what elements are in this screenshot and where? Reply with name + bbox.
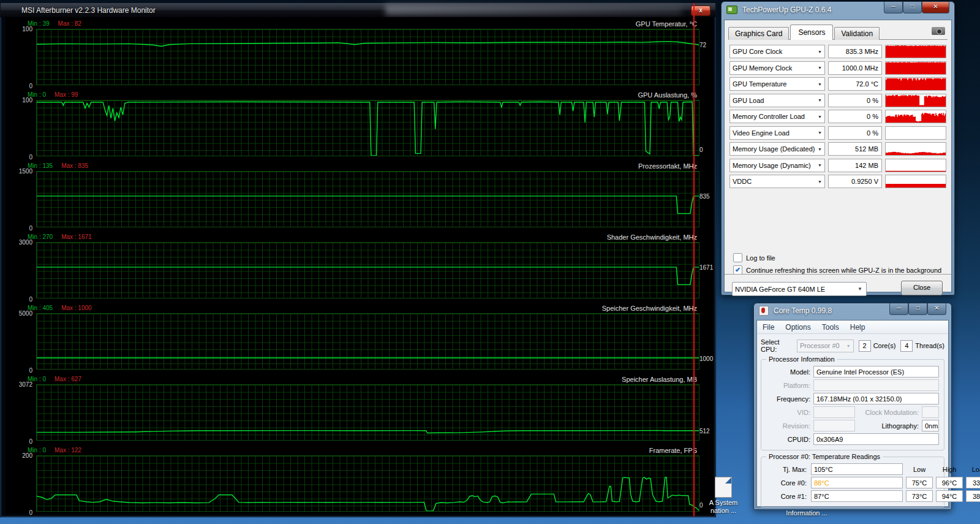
lithography-label: Lithography: [855, 422, 922, 430]
select-cpu-row: Select CPU: Processor #0 ▼ 2 Core(s) 4 T… [761, 338, 944, 353]
sensor-row: GPU Memory Clock▼1000.0 MHz [729, 61, 946, 75]
sensor-value: 512 MB [828, 142, 882, 156]
max-value: Max : 1671 [61, 234, 91, 240]
tab-sensors[interactable]: Sensors [790, 25, 833, 40]
sensor-select[interactable]: VDDC▼ [729, 175, 825, 188]
graph-panel-shader-clock: Min : 270Max : 1671Shader Geschwindigkei… [6, 234, 713, 305]
sensor-row: Memory Usage (Dedicated)▼512 MB [729, 142, 946, 156]
chevron-down-icon: ▼ [818, 163, 822, 167]
sensor-select[interactable]: GPU Memory Clock▼ [729, 61, 825, 75]
clock-modulation-label: Clock Modulation: [855, 409, 922, 416]
sensor-select[interactable]: GPU Load▼ [729, 94, 825, 107]
afterburner-title: MSI Afterburner v2.2.3 Hardware Monitor [1, 6, 156, 15]
checkbox-checked[interactable]: ✔ [733, 265, 742, 275]
sensor-sparkline [885, 61, 946, 75]
sensor-select[interactable]: Video Engine Load▼ [729, 126, 825, 140]
screenshot-camera-icon[interactable] [932, 27, 945, 35]
graph-panel-gpu-load: Min : 0Max : 99GPU Auslastung, %10000 [6, 91, 713, 162]
sensor-label: Memory Controller Load [733, 113, 805, 120]
frequency-field: 167.18MHz (0.01 x 32150.0) [813, 393, 939, 404]
chevron-down-icon: ▼ [858, 286, 862, 292]
threads-label: Thread(s) [915, 342, 944, 349]
coretemp-title: Core Temp 0.99.8 [769, 306, 832, 315]
tab-graphics-card[interactable]: Graphics Card [728, 27, 789, 40]
menu-item-tools[interactable]: Tools [816, 323, 845, 332]
chevron-down-icon: ▼ [818, 50, 822, 54]
close-icon[interactable]: ✕ [922, 2, 949, 13]
sensor-value: 0 % [828, 110, 882, 123]
sensor-row: GPU Load▼0 % [729, 94, 946, 107]
plot-area [36, 100, 699, 156]
coretemp-body: FileOptionsToolsHelp Select CPU: Process… [756, 320, 949, 507]
sensor-select[interactable]: GPU Core Clock▼ [729, 45, 825, 58]
core-0-label: Core #0: [766, 479, 808, 487]
menu-item-options[interactable]: Options [780, 323, 816, 332]
cores-label: Core(s) [873, 342, 896, 349]
group-title: Processor Information [766, 355, 837, 363]
plot-area [36, 29, 699, 85]
time-cursor-line [693, 3, 695, 517]
lithography-field: 0nm [922, 420, 939, 431]
scale-bottom: 0 [6, 296, 32, 303]
revision-label: Revision: [766, 422, 813, 430]
tab-validation[interactable]: Validation [834, 27, 880, 40]
sensor-sparkline [885, 110, 946, 123]
gpuz-titlebar[interactable]: TechPowerUp GPU-Z 0.6.4 ─ □ ✕ [722, 2, 954, 18]
minimize-button[interactable]: ─ [884, 2, 903, 13]
core-0-low: 75°C [906, 477, 933, 488]
sensor-label: GPU Load [733, 97, 764, 104]
checkbox-unchecked[interactable] [733, 253, 742, 262]
sensor-select[interactable]: Memory Controller Load▼ [729, 110, 825, 123]
maximize-button[interactable]: □ [908, 303, 927, 315]
scale-top: 3000 [6, 239, 32, 246]
core-1-temp: 87°C [811, 490, 903, 502]
sensor-select[interactable]: Memory Usage (Dedicated)▼ [729, 142, 825, 156]
cpuid-field: 0x306A9 [813, 433, 939, 445]
device-select[interactable]: NVIDIA GeForce GT 640M LE ▼ [732, 282, 867, 296]
column-header-low: Low [906, 466, 933, 473]
max-value: Max : 627 [55, 376, 81, 382]
minimize-button[interactable]: ─ [889, 303, 908, 315]
scale-bottom: 0 [6, 154, 32, 161]
sensor-label: GPU Memory Clock [733, 64, 792, 72]
chevron-down-icon: ▼ [818, 66, 822, 70]
icon-label: A System [702, 499, 745, 507]
current-value: 1671 [699, 264, 712, 271]
sensor-value: 835.3 MHz [828, 45, 882, 58]
frequency-label: Frequency: [766, 395, 813, 403]
max-value: Max : 835 [61, 162, 88, 169]
close-icon[interactable]: ✕ [927, 303, 946, 315]
device-select-value: NVIDIA GeForce GT 640M LE [735, 286, 825, 293]
tjmax-label: Tj. Max: [766, 466, 808, 473]
sensor-select[interactable]: Memory Usage (Dynamic)▼ [729, 159, 825, 172]
desktop-icon-system-information[interactable]: A System nation ... [702, 477, 745, 515]
maximize-button[interactable]: □ [903, 2, 922, 13]
sensor-select[interactable]: GPU Temperature▼ [729, 77, 825, 91]
panel-label: GPU Auslastung, % [638, 91, 697, 99]
current-value: 512 [699, 428, 712, 435]
temperature-readings-group: Processor #0: Temperature Readings Tj. M… [761, 457, 944, 507]
select-cpu-label: Select CPU: [761, 338, 794, 353]
coretemp-window: Core Temp 0.99.8 ─ □ ✕ FileOptionsToolsH… [753, 303, 952, 510]
sensor-value: 1000.0 MHz [828, 61, 882, 75]
icon-label: nation ... [702, 507, 745, 515]
chevron-down-icon: ▼ [818, 82, 822, 86]
max-value: Max : 82 [58, 20, 81, 27]
plot-area [36, 313, 699, 370]
close-button[interactable]: Close [901, 281, 943, 295]
sensor-sparkline [885, 126, 946, 140]
desktop-icon-information[interactable]: Information ... [773, 509, 840, 517]
coretemp-titlebar[interactable]: Core Temp 0.99.8 ─ □ ✕ [754, 303, 951, 318]
afterburner-titlebar[interactable]: MSI Afterburner v2.2.3 Hardware Monitor … [1, 3, 715, 17]
processor-select[interactable]: Processor #0 ▼ [797, 340, 854, 352]
core-1-low: 73°C [906, 490, 933, 502]
afterburner-window: MSI Afterburner v2.2.3 Hardware Monitor … [0, 2, 716, 517]
scale-top: 3072 [6, 381, 32, 388]
sensor-label: Video Engine Load [733, 129, 790, 137]
max-value: Max : 99 [55, 91, 78, 98]
core-1-load: 38% [966, 490, 980, 502]
coretemp-app-icon [759, 306, 769, 316]
menu-item-file[interactable]: File [757, 323, 780, 332]
menu-item-help[interactable]: Help [845, 323, 871, 332]
sensor-sparkline [885, 175, 946, 188]
